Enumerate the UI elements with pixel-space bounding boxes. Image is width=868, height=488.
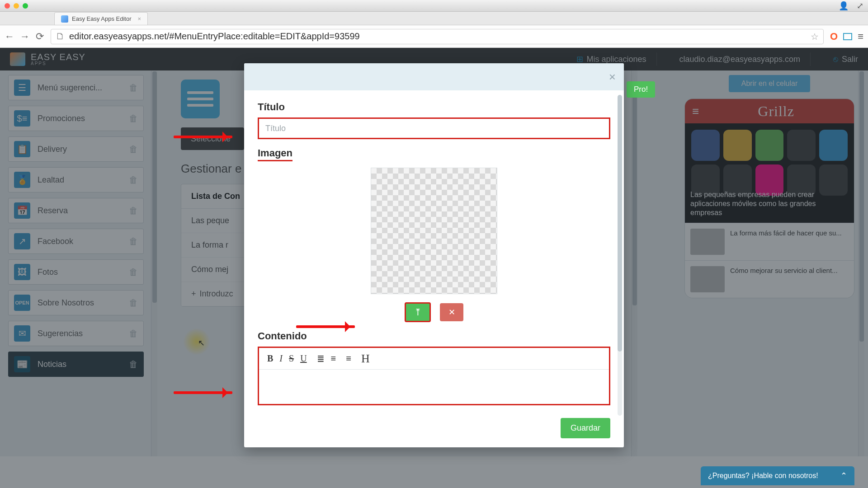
upload-icon: ⤒ — [414, 307, 422, 318]
heading-button[interactable]: H — [361, 352, 370, 366]
annotation-arrow — [174, 391, 232, 394]
save-button[interactable]: Guardar — [561, 418, 610, 438]
modal-header: × — [244, 63, 624, 90]
extension-icon[interactable]: O — [830, 31, 838, 42]
rich-text-editor: B I S U ≣ ≡ ≡ H — [258, 347, 610, 405]
bookmark-star-icon[interactable]: ☆ — [811, 31, 819, 42]
image-placeholder — [371, 168, 497, 294]
modal-scrollbar[interactable] — [618, 95, 622, 416]
bold-button[interactable]: B — [267, 353, 273, 364]
remove-image-button[interactable]: ✕ — [440, 303, 463, 321]
save-label: Guardar — [571, 423, 600, 432]
editor-textarea[interactable] — [259, 370, 609, 404]
browser-menu-icon[interactable]: ≡ — [858, 31, 863, 42]
tab-title: Easy Easy Apps Editor — [72, 15, 132, 22]
italic-button[interactable]: I — [279, 353, 283, 364]
close-icon: ✕ — [448, 307, 455, 317]
underline-button[interactable]: U — [300, 353, 307, 364]
upload-image-button[interactable]: ⤒ — [405, 302, 431, 322]
title-label: Título — [258, 101, 610, 113]
chat-widget[interactable]: ¿Preguntas? ¡Hable con nosotros! ⌃ — [701, 466, 854, 485]
align-button[interactable]: ≡ — [346, 353, 351, 364]
annotation-arrow — [296, 325, 355, 328]
mac-titlebar: 👤 ⤢ — [0, 0, 868, 12]
browser-toolbar: ← → ⟳ 🗋 editor.easyeasyapps.net/#MenuEnt… — [0, 25, 868, 48]
chat-text: ¿Preguntas? ¡Hable con nosotros! — [708, 472, 818, 480]
tab-close-icon[interactable]: × — [138, 15, 142, 22]
globe-icon: 🗋 — [56, 31, 65, 42]
pro-label: Pro! — [634, 85, 648, 94]
modal-close-icon[interactable]: × — [609, 70, 616, 84]
mac-max-dot[interactable] — [23, 3, 28, 9]
url-text: editor.easyeasyapps.net/#MenuEntryPlace:… — [69, 31, 360, 42]
strike-button[interactable]: S — [289, 353, 294, 364]
image-label: Imagen — [258, 147, 610, 161]
editor-toolbar: B I S U ≣ ≡ ≡ H — [259, 348, 609, 370]
device-icon[interactable] — [843, 33, 852, 40]
title-input[interactable] — [258, 117, 610, 139]
address-bar[interactable]: 🗋 editor.easyeasyapps.net/#MenuEntryPlac… — [51, 29, 824, 44]
ul-button[interactable]: ≣ — [317, 353, 325, 364]
user-menu-icon[interactable]: 👤 — [839, 1, 849, 11]
forward-icon[interactable]: → — [20, 31, 29, 42]
pro-badge[interactable]: Pro! — [627, 81, 655, 98]
content-label: Contenido — [258, 330, 610, 342]
edit-modal: × Título Imagen ⤒ ✕ Contenido B I S U — [244, 63, 624, 447]
reload-icon[interactable]: ⟳ — [35, 31, 44, 42]
browser-tabbar: Easy Easy Apps Editor × — [0, 12, 868, 25]
browser-tab[interactable]: Easy Easy Apps Editor × — [54, 12, 148, 25]
fullscreen-icon[interactable]: ⤢ — [857, 1, 863, 11]
mac-close-dot[interactable] — [5, 3, 10, 9]
ol-button[interactable]: ≡ — [331, 353, 336, 364]
back-icon[interactable]: ← — [5, 31, 14, 42]
chevron-up-icon: ⌃ — [840, 471, 847, 481]
favicon-icon — [61, 15, 68, 23]
mac-min-dot[interactable] — [14, 3, 19, 9]
annotation-arrow — [174, 136, 232, 138]
